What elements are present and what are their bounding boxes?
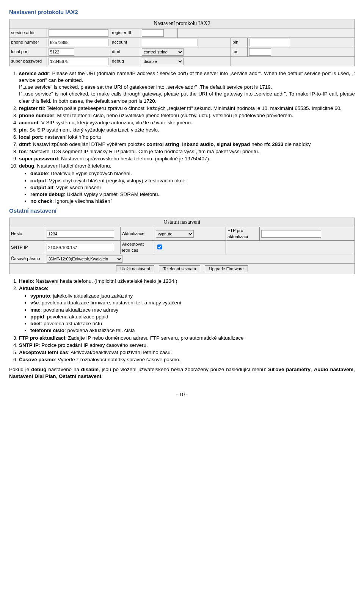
select-debug[interactable]: disable — [142, 58, 184, 65]
save-button[interactable]: Uložit nastavení — [116, 265, 154, 272]
input-register-ttl[interactable] — [142, 29, 164, 37]
label-service-addr: service addr — [9, 28, 47, 38]
list-item: Časové pásmo: Vyberte z rozbalovací nabí… — [19, 356, 355, 363]
upgrade-button[interactable]: Upgrade Firmware — [205, 265, 248, 272]
input-ftp[interactable] — [261, 230, 321, 238]
list-item: Heslo: Nastavení hesla telefonu. (Implic… — [19, 278, 355, 285]
sublist-item: output all: Výpis všech hlášení — [30, 184, 355, 191]
label-super-password: super password — [9, 57, 47, 66]
input-local-port[interactable] — [49, 48, 74, 56]
sublist-item: telefonní číslo: povolena aktualizace te… — [30, 327, 355, 334]
heading-iax2: Nastavení protokolu IAX2 — [9, 8, 355, 16]
input-tos[interactable] — [249, 48, 271, 56]
label-heslo: Heslo — [9, 227, 45, 241]
list-item: tos: Nastavte TOS segment IP hlavičky RT… — [19, 148, 355, 155]
list-iax2: service addr: Please set the URI (domain… — [9, 70, 355, 205]
sublist-item: vše: povolena aktualizace firmware, nast… — [30, 299, 355, 306]
sublist-item: output: Výpis chybových hlášení (registr… — [30, 177, 355, 184]
page-number: - 10 - — [9, 391, 355, 398]
list-ostatni: Heslo: Nastavení hesla telefonu. (Implic… — [9, 278, 355, 363]
list-item: Aktualizace:vypnuto: jakékoliv aktualiza… — [19, 285, 355, 334]
sublist-item: remote debug: Ukládá výpisy v paměti SDR… — [30, 191, 355, 198]
label-casove: Časové pásmo — [9, 254, 45, 264]
ostatni-caption: Ostatní nastavení — [9, 218, 355, 227]
label-local-port: local port — [9, 47, 47, 57]
iax2-table: Nastavení protokolu IAX2 service addr re… — [9, 19, 355, 66]
input-phone-number[interactable] — [49, 39, 108, 46]
sublist-item: účet: povolena aktualizace účtu — [30, 320, 355, 327]
select-casove[interactable]: (GMT-12:00)Eniwetok,Kwajalein — [47, 255, 122, 263]
phonebook-button[interactable]: Telefonní seznam — [159, 265, 200, 272]
list-item: phone number: Místní telefonní číslo, ne… — [19, 112, 355, 119]
list-item: SNTP IP: Pozice pro zadání IP adresy čas… — [19, 342, 355, 349]
list-item: super password: Nastavení správcovského … — [19, 155, 355, 162]
input-account[interactable] — [142, 39, 198, 46]
label-dtmf: dtmf — [110, 47, 140, 57]
list-item: FTP pro aktualizaci: Zadejte IP nebo dom… — [19, 335, 355, 342]
list-item: dtmf: Nastaví způsob odesílání DTMF výbě… — [19, 141, 355, 148]
label-debug: debug — [110, 57, 140, 66]
sublist-item: vypnuto: jakékoliv aktualizace jsou zaká… — [30, 293, 355, 299]
label-pin: pin — [231, 38, 248, 47]
checkbox-letni[interactable] — [157, 244, 162, 249]
label-register-ttl: register ttl — [110, 28, 140, 38]
list-item: debug: Nastavení ladící úrovně telefonu.… — [19, 163, 355, 205]
list-item: account: V SIP systému, který vyžaduje a… — [19, 119, 355, 126]
sublist-item: no check: Ignoruje všechna hlášení — [30, 198, 355, 205]
input-heslo[interactable] — [47, 230, 114, 238]
select-dtmf[interactable]: control string — [142, 48, 184, 56]
label-aktualizace: Aktualizace — [121, 227, 154, 241]
input-pin[interactable] — [249, 39, 290, 46]
list-item: service addr: Please set the URI (domain… — [19, 70, 355, 104]
select-aktualizace[interactable]: vypnuto — [156, 230, 194, 238]
label-letni: Akceptovat letní čas — [121, 241, 154, 254]
label-phone-number: phone number — [9, 38, 47, 47]
sublist-item: pppid: povolena aktualizace pppid — [30, 313, 355, 320]
input-super-password[interactable] — [49, 58, 108, 65]
ostatni-table: Ostatní nastavení Heslo Aktualizace vypn… — [9, 218, 355, 274]
label-tos: tos — [231, 47, 248, 57]
sublist-item: disable: Deaktivuje výpis chybových hláš… — [30, 170, 355, 177]
input-sntp[interactable] — [47, 244, 114, 251]
label-ftp: FTP pro aktualizaci — [226, 227, 260, 241]
input-service-addr[interactable] — [49, 29, 108, 37]
iax2-caption: Nastavení protokolu IAX2 — [9, 19, 355, 28]
heading-ostatni: Ostatní nastavení — [9, 207, 355, 215]
label-sntp: SNTP IP — [9, 241, 45, 254]
list-item: local port: nastavení lokálního portu — [19, 134, 355, 141]
sublist-item: mac: povolena aktualizace mac adresy — [30, 307, 355, 313]
list-item: register ttl: Telefon pošle gatekeeperu … — [19, 105, 355, 112]
label-account: account — [110, 38, 140, 47]
list-item: pin: Se SIP systémem, který vyžaduje aut… — [19, 127, 355, 133]
debug-note-paragraph: Pokud je debug nastaveno na disable, jso… — [9, 366, 355, 380]
list-item: Akceptovat letní čas: Aktivovat/deaktivo… — [19, 349, 355, 356]
